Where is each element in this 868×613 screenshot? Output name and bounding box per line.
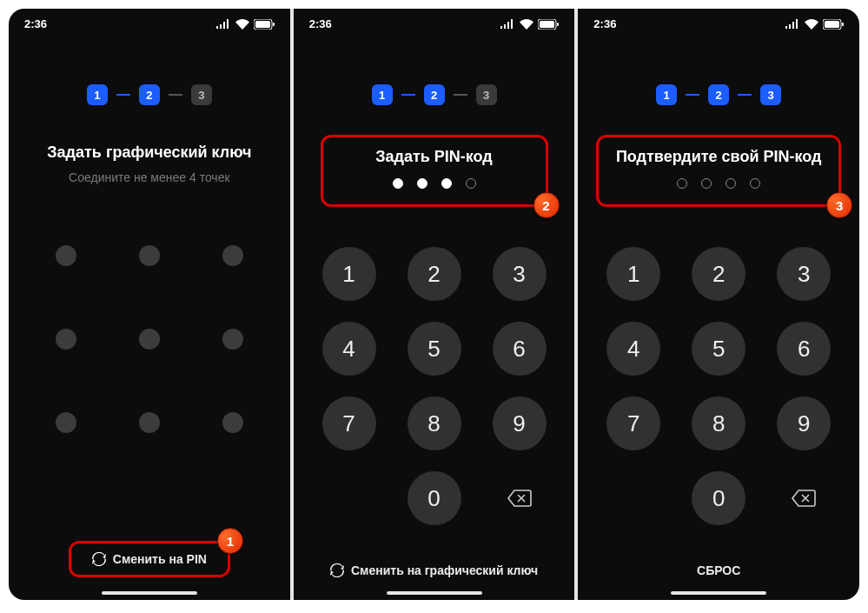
switch-label: Сменить на PIN [113,552,207,566]
key-8[interactable]: 8 [407,396,461,450]
step-line [686,94,699,96]
step-line [116,94,130,96]
signal-icon [500,19,515,29]
step-pill-1: 1 [656,84,677,105]
signal-icon [785,19,800,29]
callout-3: Подтвердите свой PIN-код 3 [596,135,841,207]
key-empty [322,471,376,525]
pattern-dot[interactable] [139,329,160,350]
svg-rect-8 [842,23,844,26]
bottom-action: Сменить на графический ключ [294,563,575,577]
annotation-badge-2: 2 [533,192,560,218]
key-7[interactable]: 7 [606,396,660,450]
pin-dot [417,178,427,189]
pin-dot [466,178,476,189]
key-6[interactable]: 6 [777,322,831,376]
annotation-badge-1: 1 [217,528,243,554]
battery-icon [823,19,844,30]
svg-rect-5 [557,23,559,26]
pattern-dot[interactable] [56,412,76,433]
key-9[interactable]: 9 [493,396,547,450]
pattern-grid[interactable] [9,245,290,433]
pin-dot [441,178,452,189]
pattern-dot[interactable] [222,412,243,433]
key-7[interactable]: 7 [322,396,376,450]
key-5[interactable]: 5 [407,322,461,376]
switch-to-pattern-button[interactable]: Сменить на графический ключ [330,563,538,577]
key-9[interactable]: 9 [777,396,831,450]
pattern-dot[interactable] [139,412,160,433]
pattern-dot[interactable] [56,245,76,266]
key-backspace[interactable] [493,471,547,525]
switch-label: Сменить на графический ключ [351,563,538,577]
wifi-icon [235,19,249,30]
screen-title: Задать PIN-код [337,148,532,166]
home-indicator[interactable] [671,591,766,595]
triptych-container: 2:36 1 2 3 Задать графический ключ Соеди… [9,9,859,600]
step-line [169,94,182,96]
home-indicator[interactable] [102,591,197,595]
screen-title: Задать графический ключ [26,143,273,162]
wifi-icon [805,19,818,30]
key-empty [606,471,660,525]
bottom-action: Сменить на PIN 1 [9,541,290,577]
svg-rect-1 [255,21,270,28]
pattern-dot[interactable] [56,329,76,350]
key-6[interactable]: 6 [493,322,547,376]
step-pill-3: 3 [760,84,781,105]
step-pill-2: 2 [424,84,445,105]
step-line [401,94,415,96]
step-pill-3: 3 [476,84,497,105]
screen-2-set-pin: 2:36 1 2 3 Задать PIN-код [294,9,575,600]
callout-1: Сменить на PIN 1 [69,541,230,577]
key-4[interactable]: 4 [322,322,376,376]
step-pill-1: 1 [372,84,393,105]
key-0[interactable]: 0 [407,471,461,525]
key-3[interactable]: 3 [493,247,547,301]
key-4[interactable]: 4 [606,322,660,376]
key-3[interactable]: 3 [777,247,831,301]
pattern-dot[interactable] [139,245,160,266]
key-0[interactable]: 0 [692,471,745,525]
annotation-badge-3: 3 [826,192,852,218]
switch-to-pin-button[interactable]: Сменить на PIN [92,552,207,566]
status-bar: 2:36 [294,9,575,34]
step-pill-3: 3 [191,84,212,105]
key-2[interactable]: 2 [692,247,745,301]
reset-button[interactable]: СБРОС [697,563,740,577]
status-bar: 2:36 [578,9,859,34]
home-indicator[interactable] [387,591,482,595]
wifi-icon [520,19,533,30]
battery-icon [254,19,275,30]
pattern-dot[interactable] [222,329,243,350]
keypad: 1 2 3 4 5 6 7 8 9 0 [578,247,859,525]
status-bar: 2:36 [9,9,290,34]
step-line [454,94,467,96]
svg-rect-2 [273,23,275,26]
key-backspace[interactable] [777,471,831,525]
status-time: 2:36 [309,17,332,30]
screen-title: Подтвердите свой PIN-код [613,148,825,166]
stepper: 1 2 3 [9,84,290,105]
pin-dot [750,178,760,189]
step-line [738,94,752,96]
key-2[interactable]: 2 [407,247,461,301]
pin-dot [726,178,736,189]
pin-dot [701,178,712,189]
screen-1-pattern: 2:36 1 2 3 Задать графический ключ Соеди… [9,9,290,600]
status-icons [500,19,559,30]
key-5[interactable]: 5 [692,322,745,376]
pattern-dot[interactable] [222,245,243,266]
backspace-icon [792,490,816,507]
key-1[interactable]: 1 [606,247,660,301]
signal-icon [216,19,231,29]
battery-icon [538,19,559,30]
key-1[interactable]: 1 [322,247,376,301]
screen-subtitle: Соедините не менее 4 точек [26,170,273,184]
pin-dots [613,178,825,189]
bottom-action: СБРОС [578,563,859,577]
svg-rect-4 [540,21,554,28]
key-8[interactable]: 8 [692,396,745,450]
swap-icon [330,563,344,577]
keypad: 1 2 3 4 5 6 7 8 9 0 [294,247,575,525]
